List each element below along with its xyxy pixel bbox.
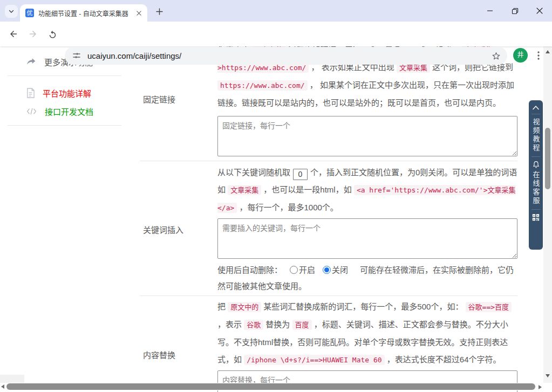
page-content: 更多演示功能 平台功能详解 接口开发文档 固定链接 为正文中 已存在的 词汇添加… [0, 46, 543, 392]
chevron-up-icon [532, 105, 540, 110]
browser-tab[interactable]: 优 功能细节设置 - 自动文章采集器 [20, 4, 147, 22]
tab-title: 功能细节设置 - 自动文章采集器 [38, 9, 134, 18]
url-text: ucaiyun.com/caiji/settings/ [87, 51, 492, 60]
help-text-segment: 从以下关键词随机取 [217, 168, 290, 177]
back-arrow-icon [9, 29, 18, 39]
scroll-corner [0, 375, 24, 383]
chevron-down-icon [8, 8, 15, 15]
reload-button[interactable] [44, 26, 60, 42]
code-icon [26, 107, 37, 115]
sidebar-divider [8, 125, 121, 126]
browser-toolbar: ucaiyun.com/caiji/settings/ 井 [0, 22, 552, 46]
site-settings-icon[interactable] [72, 51, 81, 60]
radio-on-label[interactable]: 开启 [299, 265, 315, 274]
share-arrow-icon [26, 57, 37, 66]
scroll-right-arrow[interactable] [539, 385, 542, 389]
back-to-top-button[interactable] [532, 105, 540, 110]
horizontal-scrollbar[interactable] [0, 383, 543, 390]
field-label: 关键词插入 [140, 164, 217, 294]
tab-strip: 优 功能细节设置 - 自动文章采集器 [0, 0, 552, 22]
bookmark-star-icon[interactable] [492, 51, 501, 60]
profile-avatar[interactable]: 井 [513, 48, 528, 63]
plus-icon [156, 8, 163, 15]
keyword-insert-help-text: 从以下关键词随机取个，插入到正文随机位置，为0则关闭。可以是单独的词语如 文章采… [217, 164, 517, 217]
new-tab-button[interactable] [153, 5, 166, 18]
address-bar[interactable]: ucaiyun.com/caiji/settings/ [65, 47, 507, 65]
video-tutorial-label: 视频教程 [533, 118, 540, 153]
close-window-button[interactable] [527, 0, 552, 22]
floating-side-panel: 视频教程 在线客服 [529, 100, 543, 250]
online-support-button[interactable]: 在线客服 [533, 161, 540, 205]
code-token: /iphone \d+s?/i==>HUAWEI Mate 60 [244, 355, 384, 365]
content-replace-help-text: 把 原文中的 某些词汇替换成新的词汇，每行一个，最多500个，如： 谷歌==>百… [217, 298, 517, 369]
site-favicon: 优 [25, 9, 34, 17]
autodelete-radio-on[interactable] [290, 266, 298, 274]
keyword-insert-textarea[interactable] [217, 218, 517, 259]
panel-divider [531, 209, 540, 210]
radio-off-label[interactable]: 关闭 [332, 265, 348, 274]
sidebar-divider [8, 75, 121, 76]
code-token: 原文中的 [228, 302, 261, 312]
window-controls [478, 0, 552, 22]
tab-search-button[interactable] [5, 5, 18, 18]
qr-code-button[interactable] [532, 214, 540, 221]
document-icon [26, 88, 35, 98]
online-support-label: 在线客服 [533, 171, 540, 205]
qr-code-icon [532, 214, 540, 221]
sidebar-item-platform-docs[interactable]: 平台功能详解 [8, 84, 121, 102]
browser-menu-button[interactable] [531, 48, 546, 63]
scroll-down-arrow[interactable] [546, 374, 550, 377]
sidebar-item-api-docs[interactable]: 接口开发文档 [8, 102, 121, 120]
three-dots-icon [537, 51, 540, 60]
panel-divider [531, 114, 540, 114]
restore-button[interactable] [502, 0, 527, 22]
vertical-scrollbar-thumb[interactable] [545, 128, 550, 189]
code-token: 文章采集 [228, 185, 261, 195]
autodelete-label: 使用后自动删除： [217, 265, 282, 274]
keyword-count-input[interactable] [293, 169, 308, 180]
settings-form: 固定链接 为正文中 已存在的 词汇添加链接，每行一个，最多1000个，格式： 文… [140, 46, 517, 392]
form-row-keyword-insert: 关键词插入 从以下关键词随机取个，插入到正文随机位置，为0则关闭。可以是单独的词… [140, 161, 517, 296]
sidebar-item-label: 平台功能详解 [43, 87, 91, 99]
code-token: 谷歌==>百度 [466, 302, 512, 312]
reload-icon [48, 30, 57, 39]
scroll-up-arrow[interactable] [546, 50, 550, 53]
forward-button[interactable] [25, 26, 41, 42]
fixed-link-textarea[interactable] [217, 116, 517, 156]
vertical-scrollbar[interactable] [543, 46, 552, 383]
code-token: 百度 [292, 320, 312, 330]
code-token: <a href='https://www.abc.com/'>文章采集</a> [217, 185, 516, 213]
sidebar-item-label: 接口开发文档 [45, 106, 93, 117]
minimize-button[interactable] [478, 0, 502, 22]
back-button[interactable] [5, 26, 22, 42]
code-token: https://www.abc.com/ [217, 80, 308, 91]
autodelete-setting: 使用后自动删除：开启关闭可能存在轻微滞后，在实际被删除前，它仍然可能被其他文章使… [217, 262, 517, 294]
field-label: 内容替换 [140, 298, 217, 392]
forward-arrow-icon [28, 29, 38, 39]
video-tutorial-button[interactable]: 视频教程 [533, 118, 540, 153]
panel-divider [531, 156, 540, 157]
tab-close-icon[interactable] [134, 9, 143, 17]
form-row-content-replace: 内容替换 把 原文中的 某些词汇替换成新的词汇，每行一个，最多500个，如： 谷… [140, 296, 517, 392]
bell-icon [533, 161, 540, 168]
scroll-left-arrow[interactable] [1, 384, 4, 389]
horizontal-scrollbar-thumb[interactable] [6, 383, 535, 390]
code-token: 谷歌 [244, 320, 263, 330]
autodelete-radio-off[interactable] [323, 266, 331, 274]
